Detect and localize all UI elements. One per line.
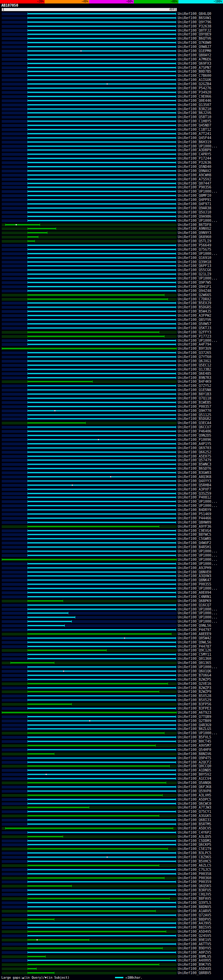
hit-label[interactable]: UniRef100_A3PXF7: [178, 488, 211, 491]
hit-label[interactable]: UniRef100_Q59VP8: [178, 789, 211, 793]
hit-bar[interactable]: [27, 546, 176, 548]
hit-label[interactable]: UniRef100_UP1000...: [178, 558, 217, 562]
hit-label[interactable]: UniRef100_Q1EPM0: [178, 49, 211, 53]
hit-label[interactable]: UniRef100_P00358: [178, 872, 211, 876]
hit-bar[interactable]: [27, 492, 176, 495]
hit-label[interactable]: UniRef100_A9CWH8: [178, 173, 211, 177]
hit-label[interactable]: UniRef100_C5E1T9: [178, 847, 211, 851]
hit-bar[interactable]: [27, 641, 176, 643]
hit-bar[interactable]: [27, 132, 176, 135]
hit-label[interactable]: UniRef100_B6QTV6: [178, 37, 211, 40]
hit-bar[interactable]: [27, 720, 176, 722]
hit-bar[interactable]: [27, 765, 170, 767]
hit-label[interactable]: UniRef100_B2WZP3: [178, 686, 211, 690]
hit-label[interactable]: UniRef100_Q9Y8E9: [178, 33, 211, 36]
hit-label[interactable]: UniRef100_A4P1Y5: [178, 442, 211, 445]
hit-label[interactable]: UniRef100_Q8MFI0: [178, 194, 211, 197]
hit-label[interactable]: UniRef100_A4F794: [178, 343, 211, 346]
hit-bar[interactable]: [27, 335, 164, 337]
hit-label[interactable]: UniRef100_B7U6G4: [178, 674, 211, 677]
hit-label[interactable]: UniRef100_B8DNV5: [178, 905, 211, 909]
hit-label[interactable]: UniRef100_C9E066: [178, 95, 211, 99]
hit-bar[interactable]: [27, 145, 176, 147]
hit-bar[interactable]: [27, 41, 176, 44]
hit-label[interactable]: UniRef100_B5RTM5: [178, 822, 211, 826]
hit-bar[interactable]: [27, 504, 176, 507]
hit-bar[interactable]: [27, 860, 176, 862]
hit-bar[interactable]: [27, 87, 176, 89]
hit-label[interactable]: UniRef100_Q1E5N8: [178, 388, 211, 392]
hit-bar[interactable]: [27, 372, 176, 375]
hit-bar[interactable]: [27, 893, 176, 896]
hit-bar[interactable]: [27, 798, 176, 800]
hit-label[interactable]: UniRef100_A1DND5: [178, 768, 211, 772]
hit-bar[interactable]: [27, 215, 176, 218]
hit-label[interactable]: UniRef100_A5DPC5: [178, 798, 211, 801]
hit-label[interactable]: UniRef100_A9NVU2: [178, 227, 211, 231]
hit-label[interactable]: UniRef100_A5D4V5: [178, 930, 211, 934]
hit-label[interactable]: UniRef100_Q05W42: [178, 636, 211, 640]
hit-bar[interactable]: [27, 716, 176, 718]
hit-label[interactable]: UniRef100_A8EEE9: [178, 632, 211, 636]
hit-label[interactable]: UniRef100_C5MY11: [178, 653, 211, 656]
hit-label[interactable]: UniRef100_Q6BI31: [178, 818, 211, 822]
hit-bar[interactable]: [27, 220, 176, 222]
hit-bar[interactable]: [27, 75, 176, 77]
hit-bar[interactable]: [27, 806, 89, 808]
hit-label[interactable]: UniRef100_Q7YT60: [178, 355, 211, 359]
hit-bar[interactable]: [27, 835, 63, 838]
hit-label[interactable]: UniRef100_Q0TFJ2: [178, 29, 211, 32]
hit-label[interactable]: UniRef100_Q55CG6: [178, 268, 211, 272]
hit-label[interactable]: UniRef100_Q80AY2: [178, 54, 211, 57]
hit-bar[interactable]: [27, 377, 176, 379]
hit-bar[interactable]: [2, 558, 176, 561]
hit-label[interactable]: UniRef100_Q9P7W5: [178, 281, 211, 284]
hit-bar[interactable]: [27, 761, 176, 764]
hit-label[interactable]: UniRef100_A9YF36: [178, 525, 211, 528]
hit-label[interactable]: UniRef100_A3GGK5: [178, 814, 211, 818]
hit-bar[interactable]: [27, 736, 176, 738]
hit-label[interactable]: UniRef100_P90356: [178, 186, 211, 189]
hit-label[interactable]: UniRef100_A5DCV5: [178, 827, 211, 830]
hit-label[interactable]: UniRef100_B5VHC5: [178, 860, 211, 863]
hit-label[interactable]: UniRef100_UP1000...: [178, 190, 217, 193]
hit-bar[interactable]: [27, 29, 176, 32]
hit-label[interactable]: UniRef100_Q9AR38: [178, 207, 211, 210]
hit-label[interactable]: UniRef100_Q16910: [178, 256, 211, 260]
hit-bar[interactable]: [27, 58, 176, 60]
hit-bar[interactable]: [27, 389, 176, 391]
hit-bar[interactable]: [27, 463, 176, 466]
hit-bar[interactable]: [27, 405, 176, 408]
hit-label[interactable]: UniRef100_B6SDT6: [178, 467, 211, 470]
hit-bar[interactable]: [27, 269, 176, 271]
hit-label[interactable]: UniRef100_UP1000...: [178, 611, 217, 615]
hit-label[interactable]: UniRef100_Q72AV5: [178, 913, 211, 917]
hit-label[interactable]: UniRef100_A1IGU6: [178, 78, 211, 82]
hit-bar[interactable]: [27, 397, 176, 399]
hit-bar[interactable]: [10, 662, 54, 664]
hit-bar[interactable]: [27, 240, 35, 242]
hit-label[interactable]: UniRef100_B8FAV5: [178, 897, 211, 900]
hit-label[interactable]: UniRef100_Q9W8J7: [178, 45, 211, 49]
hit-label[interactable]: UniRef100_A7SPN7: [178, 66, 211, 70]
hit-bar[interactable]: [27, 695, 176, 697]
hit-bar[interactable]: [27, 264, 176, 267]
hit-bar[interactable]: [27, 447, 176, 449]
hit-label[interactable]: UniRef100_Q0E446: [178, 99, 211, 103]
hit-label[interactable]: UniRef100_P46406: [178, 430, 211, 433]
hit-bar[interactable]: [27, 331, 159, 333]
hit-bar[interactable]: [27, 467, 176, 470]
hit-bar[interactable]: [27, 256, 176, 259]
hit-label[interactable]: UniRef100_UP1000...: [178, 562, 217, 566]
hit-bar[interactable]: [27, 434, 176, 437]
hit-bar[interactable]: [27, 955, 45, 958]
hit-bar[interactable]: [27, 356, 176, 358]
hit-bar[interactable]: [27, 70, 176, 73]
hit-bar[interactable]: [27, 914, 176, 916]
hit-label[interactable]: UniRef100_P44797: [178, 628, 211, 632]
hit-label[interactable]: UniRef100_Q7Q118: [178, 397, 211, 400]
hit-label[interactable]: UniRef100_Q4PP91: [178, 198, 211, 202]
hit-label[interactable]: UniRef100_P32636: [178, 161, 211, 164]
hit-bar[interactable]: [27, 261, 176, 263]
hit-bar[interactable]: [27, 930, 166, 933]
